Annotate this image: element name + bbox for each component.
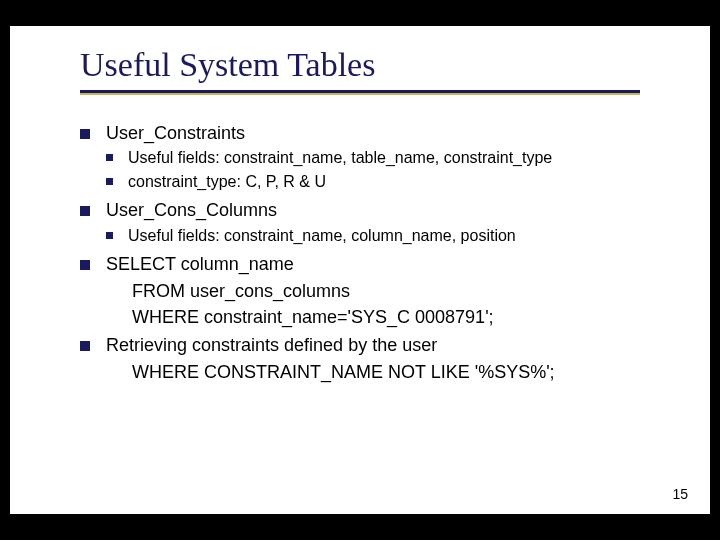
sub-list: Useful fields: constraint_name, column_n… — [106, 225, 680, 247]
page-number: 15 — [672, 486, 688, 502]
list-item: Retrieving constraints defined by the us… — [80, 333, 680, 384]
list-item: SELECT column_name FROM user_cons_column… — [80, 252, 680, 329]
slide: Useful System Tables User_Constraints Us… — [10, 26, 710, 514]
sub-list: Useful fields: constraint_name, table_na… — [106, 147, 680, 192]
item-label: Retrieving constraints defined by the us… — [106, 335, 437, 355]
item-label: SELECT column_name — [106, 254, 294, 274]
bullet-list: User_Constraints Useful fields: constrai… — [80, 121, 680, 384]
item-cont: WHERE CONSTRAINT_NAME NOT LIKE '%SYS%'; — [106, 360, 680, 384]
list-item: User_Cons_Columns Useful fields: constra… — [80, 198, 680, 246]
slide-title: Useful System Tables — [80, 46, 710, 84]
slide-body: User_Constraints Useful fields: constrai… — [10, 99, 710, 384]
sub-item: Useful fields: constraint_name, column_n… — [106, 225, 680, 247]
sub-item: constraint_type: C, P, R & U — [106, 171, 680, 193]
list-item: User_Constraints Useful fields: constrai… — [80, 121, 680, 192]
item-label: User_Cons_Columns — [106, 200, 277, 220]
sub-item: Useful fields: constraint_name, table_na… — [106, 147, 680, 169]
title-underline — [80, 90, 640, 95]
item-label: User_Constraints — [106, 123, 245, 143]
title-area: Useful System Tables — [10, 26, 710, 99]
item-cont: FROM user_cons_columns — [106, 279, 680, 303]
item-cont: WHERE constraint_name='SYS_C 0008791'; — [106, 305, 680, 329]
